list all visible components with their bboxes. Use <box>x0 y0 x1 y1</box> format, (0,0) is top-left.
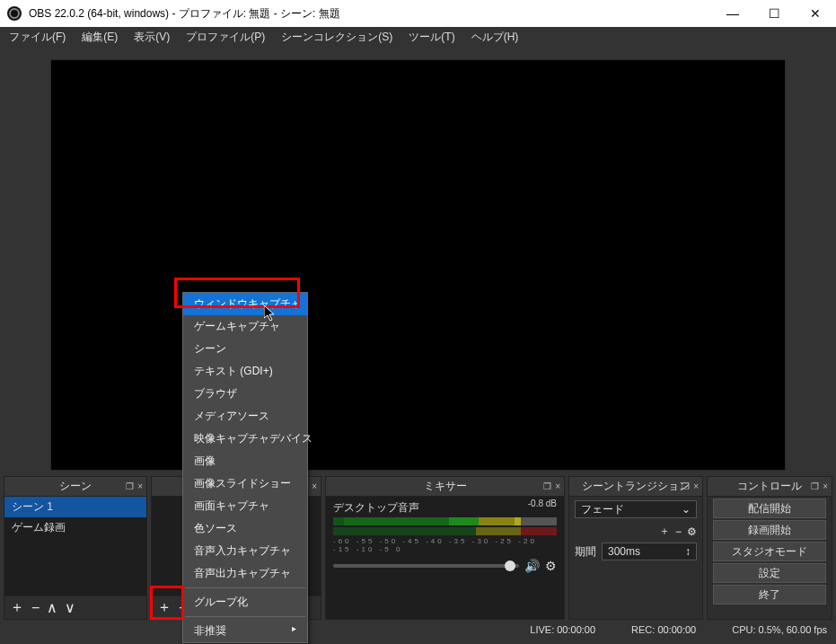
menu-item-text-gdi[interactable]: テキスト (GDI+) <box>183 360 307 383</box>
volume-slider[interactable] <box>333 564 519 568</box>
panel-detach-icon[interactable]: ❐ <box>811 481 819 491</box>
panel-controls: コントロール ❐ × 配信開始 録画開始 スタジオモード 設定 終了 <box>707 476 832 620</box>
scenes-list[interactable]: シーン 1 ゲーム録画 <box>4 497 146 595</box>
menu-separator <box>185 587 305 588</box>
exit-button[interactable]: 終了 <box>713 585 826 604</box>
minimize-button[interactable]: — <box>712 0 753 27</box>
panel-scenes-title: シーン <box>59 479 92 494</box>
menu-item-color-source[interactable]: 色ソース <box>183 517 307 540</box>
menu-edit[interactable]: 編集(E) <box>76 28 123 47</box>
menu-item-game-capture[interactable]: ゲームキャプチャ <box>183 315 307 338</box>
panel-detach-icon[interactable]: ❐ <box>543 481 551 491</box>
panel-transitions: シーントランジション ❐ × フェード ⌄ ＋ − ⚙ 期間 <box>568 476 703 620</box>
duration-input[interactable]: 300ms ↕ <box>602 543 697 560</box>
menu-separator <box>185 616 305 617</box>
obs-logo-icon <box>7 6 22 21</box>
menu-item-group[interactable]: グループ化 <box>183 591 307 613</box>
start-recording-button[interactable]: 録画開始 <box>713 520 826 540</box>
mixer-track: デスクトップ音声 -0.8 dB -60 -55 -50 -45 -40 -35… <box>326 497 564 619</box>
panel-close-icon[interactable]: × <box>823 481 828 491</box>
panel-transitions-title: シーントランジション <box>582 479 690 494</box>
track-settings-icon[interactable]: ⚙ <box>545 559 557 573</box>
chevron-down-icon: ⌄ <box>682 503 691 516</box>
spinner-icon[interactable]: ↕ <box>685 545 691 558</box>
menu-item-browser[interactable]: ブラウザ <box>183 383 307 405</box>
add-source-context-menu: ウィンドウキャプチャ ゲームキャプチャ シーン テキスト (GDI+) ブラウザ… <box>182 292 308 643</box>
transition-select-value: フェード <box>581 502 624 517</box>
panel-mixer: ミキサー ❐ × デスクトップ音声 -0.8 dB -60 -55 -50 -4… <box>325 476 565 620</box>
scene-up-button[interactable]: ∧ <box>47 599 57 616</box>
mixer-db-readout: -0.8 dB <box>528 498 557 508</box>
panel-scenes: シーン ❐ × シーン 1 ゲーム録画 ＋ − ∧ ∨ <box>4 476 147 620</box>
menu-item-image[interactable]: 画像 <box>183 450 307 472</box>
status-cpu: CPU: 0.5%, 60.00 fps <box>732 624 827 635</box>
panel-detach-icon[interactable]: ❐ <box>682 481 690 491</box>
close-button[interactable]: ✕ <box>795 0 836 27</box>
mixer-meter <box>333 527 557 535</box>
panel-close-icon[interactable]: × <box>312 481 317 491</box>
speaker-icon[interactable]: 🔊 <box>524 559 540 573</box>
window-title: OBS 22.0.2 (64-bit, windows) - プロファイル: 無… <box>29 6 712 22</box>
duration-label: 期間 <box>575 544 596 560</box>
panel-mixer-title: ミキサー <box>424 479 467 494</box>
mixer-track-name: デスクトップ音声 <box>333 500 557 516</box>
transition-settings-button[interactable]: ⚙ <box>687 525 697 538</box>
menu-item-image-slideshow[interactable]: 画像スライドショー <box>183 472 307 495</box>
menu-item-audio-output-capture[interactable]: 音声出力キャプチャ <box>183 562 307 585</box>
preview-area <box>0 47 836 476</box>
statusbar: LIVE: 00:00:00 REC: 00:00:00 CPU: 0.5%, … <box>0 620 836 640</box>
menu-item-deprecated[interactable]: 非推奨 <box>183 620 307 642</box>
menu-file[interactable]: ファイル(F) <box>4 28 71 47</box>
menu-item-video-capture-device[interactable]: 映像キャプチャデバイス <box>183 428 307 450</box>
add-transition-button[interactable]: ＋ <box>659 524 670 539</box>
add-scene-button[interactable]: ＋ <box>10 598 24 617</box>
studio-mode-button[interactable]: スタジオモード <box>713 542 826 561</box>
scene-item[interactable]: シーン 1 <box>4 497 146 517</box>
menu-scene-collection[interactable]: シーンコレクション(S) <box>276 28 398 47</box>
remove-scene-button[interactable]: − <box>31 600 40 616</box>
menu-profile[interactable]: プロファイル(P) <box>180 28 270 47</box>
mixer-scale: -60 -55 -50 -45 -40 -35 -30 -25 -20 -15 … <box>333 537 557 553</box>
settings-button[interactable]: 設定 <box>713 563 826 583</box>
menu-item-window-capture[interactable]: ウィンドウキャプチャ <box>183 293 307 315</box>
menubar: ファイル(F) 編集(E) 表示(V) プロファイル(P) シーンコレクション(… <box>0 27 836 47</box>
add-source-button[interactable]: ＋ <box>157 598 172 617</box>
menu-item-media-source[interactable]: メディアソース <box>183 405 307 428</box>
menu-item-display-capture[interactable]: 画面キャプチャ <box>183 495 307 517</box>
panel-close-icon[interactable]: × <box>555 481 560 491</box>
menu-tools[interactable]: ツール(T) <box>403 28 460 47</box>
scene-item[interactable]: ゲーム録画 <box>4 517 146 538</box>
maximize-button[interactable]: ☐ <box>753 0 795 27</box>
menu-help[interactable]: ヘルプ(H) <box>466 28 524 47</box>
panel-close-icon[interactable]: × <box>693 481 699 491</box>
panel-detach-icon[interactable]: ❐ <box>126 481 134 491</box>
window-titlebar: OBS 22.0.2 (64-bit, windows) - プロファイル: 無… <box>0 0 836 27</box>
status-live: LIVE: 00:00:00 <box>530 624 595 635</box>
panel-controls-title: コントロール <box>737 479 802 494</box>
menu-view[interactable]: 表示(V) <box>128 28 175 47</box>
scene-down-button[interactable]: ∨ <box>65 599 75 616</box>
duration-value: 300ms <box>608 545 640 558</box>
menu-item-scene[interactable]: シーン <box>183 338 307 360</box>
remove-transition-button[interactable]: − <box>675 525 682 538</box>
menu-item-audio-input-capture[interactable]: 音声入力キャプチャ <box>183 540 307 562</box>
status-rec: REC: 00:00:00 <box>631 624 696 635</box>
preview-canvas[interactable] <box>50 59 786 471</box>
transition-select[interactable]: フェード ⌄ <box>575 500 697 518</box>
mixer-meter <box>333 517 557 525</box>
panel-close-icon[interactable]: × <box>137 481 143 491</box>
start-streaming-button[interactable]: 配信開始 <box>713 498 826 518</box>
